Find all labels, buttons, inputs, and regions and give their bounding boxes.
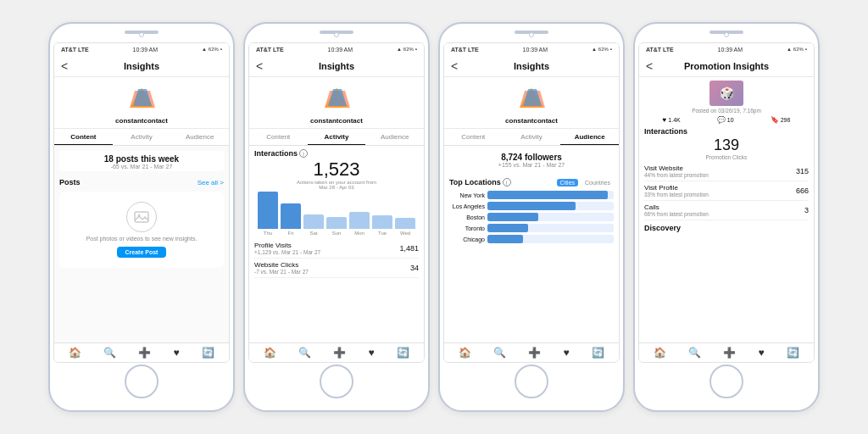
bar-label: Fri: [288, 231, 294, 236]
interactions-big-number: 1,523: [254, 159, 419, 180]
carrier: AT&T LTE: [61, 47, 89, 53]
bottom-nav-icon-3[interactable]: ♥: [759, 347, 765, 359]
bottom-nav-icon-4[interactable]: 🔄: [592, 347, 604, 359]
bottom-nav: 🏠🔍➕♥🔄: [54, 342, 229, 362]
bottom-nav-icon-2[interactable]: ➕: [138, 347, 151, 359]
bottom-nav-icon-1[interactable]: 🔍: [688, 347, 701, 359]
bottom-nav-icon-4[interactable]: 🔄: [787, 347, 799, 359]
bottom-nav-icon-2[interactable]: ➕: [528, 347, 541, 359]
bottom-nav-icon-1[interactable]: 🔍: [298, 347, 311, 359]
profile-logo-icon: [321, 84, 352, 114]
countries-toggle[interactable]: Countries: [581, 179, 614, 186]
interactions-sub: Actions taken on your account from Mar 2…: [254, 180, 419, 190]
promo-metric-name: Visit Website: [644, 164, 709, 172]
tab-activity[interactable]: Activity: [503, 129, 561, 145]
bottom-nav-icon-0[interactable]: 🏠: [654, 347, 666, 359]
phone-inner: AT&T LTE 10:39 AM ▲62%▪ < Insights const…: [53, 42, 230, 363]
top-locations-title: Top Locations: [449, 178, 501, 186]
tab-content[interactable]: Content: [54, 129, 113, 145]
content-tab-panel: 18 posts this week -65 vs. Mar 21 - Mar …: [54, 146, 229, 342]
profile-section: constantcontact: [54, 77, 229, 129]
battery: ▲62%▪: [397, 47, 417, 52]
bottom-nav: 🏠🔍➕♥🔄: [444, 342, 619, 362]
activity-tab-panel: Interactions i 1,523 Actions taken on yo…: [249, 146, 424, 342]
posts-sub-stat: -65 vs. Mar 21 - Mar 27: [59, 164, 224, 170]
tab-activity[interactable]: Activity: [113, 129, 171, 145]
promo-metric-name: Calls: [644, 203, 709, 211]
profile-section: constantcontact: [249, 77, 424, 129]
metric-name: Website Clicks: [254, 261, 309, 269]
tab-audience[interactable]: Audience: [560, 129, 619, 145]
metric-value: 1,481: [399, 244, 419, 253]
bottom-nav-icon-0[interactable]: 🏠: [459, 347, 471, 359]
bottom-nav-icon-1[interactable]: 🔍: [493, 347, 506, 359]
locations-chart: New York Los Angeles Boston: [449, 191, 614, 243]
promo-stat: 💬 10: [717, 116, 734, 124]
promo-big-number-sub: Promotion Clicks: [644, 154, 809, 160]
cities-toggle[interactable]: Cities: [557, 179, 579, 186]
carrier: AT&T LTE: [256, 47, 284, 53]
bottom-nav-icon-2[interactable]: ➕: [723, 347, 736, 359]
see-all-link[interactable]: See all >: [198, 179, 224, 186]
time: 10:39 AM: [718, 47, 743, 53]
camera-dot: [139, 32, 144, 37]
back-button[interactable]: <: [61, 59, 68, 73]
camera-dot: [334, 32, 339, 37]
bar: [349, 212, 370, 229]
back-button[interactable]: <: [646, 59, 653, 73]
bar-label: Mon: [354, 231, 364, 236]
promotion-image: 🎲: [709, 81, 743, 106]
bar-label: Wed: [400, 231, 410, 236]
tab-audience[interactable]: Audience: [365, 129, 424, 145]
profile-name: constantcontact: [310, 117, 363, 125]
nav-bar: < Insights: [444, 55, 619, 77]
camera-dot: [724, 32, 729, 37]
location-bar-track: [487, 213, 614, 221]
promotion-date: Posted on 03/26/19, 7:16pm: [644, 108, 809, 114]
bottom-nav-icon-3[interactable]: ♥: [369, 347, 375, 359]
bottom-nav-icon-2[interactable]: ➕: [333, 347, 346, 359]
location-row: Boston: [449, 213, 614, 221]
promo-metric-sub: 33% from latest promotion: [644, 192, 709, 198]
phone-inner: AT&T LTE 10:39 AM ▲62%▪ < Insights const…: [443, 42, 620, 363]
tab-content[interactable]: Content: [444, 129, 503, 145]
nav-title: Promotion Insights: [684, 61, 769, 71]
bar: [258, 192, 278, 229]
promo-metric-row: Visit Profile 33% from latest promotion …: [644, 181, 809, 201]
bottom-nav-icon-1[interactable]: 🔍: [103, 347, 116, 359]
profile-logo-icon: [126, 84, 157, 114]
promo-stat-icon: 💬: [717, 116, 726, 124]
tab-activity[interactable]: Activity: [308, 129, 366, 145]
location-name: Chicago: [449, 236, 485, 242]
battery: ▲62%▪: [202, 47, 222, 52]
followers-stat: 8,724 followers +155 vs. Mar 21 - Mar 27: [449, 149, 614, 171]
promo-big-number: 139: [644, 137, 809, 154]
create-post-button[interactable]: Create Post: [117, 247, 167, 258]
tabs: ContentActivityAudience: [54, 129, 229, 146]
bar-label: Tue: [378, 231, 387, 236]
time: 10:39 AM: [328, 47, 353, 53]
posts-title: Posts: [59, 178, 81, 186]
bottom-nav-icon-4[interactable]: 🔄: [397, 347, 409, 359]
promo-stat-icon: ♥: [663, 116, 667, 124]
location-bar-track: [487, 202, 614, 210]
back-button[interactable]: <: [256, 59, 263, 73]
tab-content[interactable]: Content: [249, 129, 308, 145]
bottom-nav-icon-0[interactable]: 🏠: [69, 347, 81, 359]
status-bar: AT&T LTE 10:39 AM ▲62%▪: [249, 43, 424, 55]
back-button[interactable]: <: [451, 59, 458, 73]
bar: [372, 215, 392, 229]
tab-audience[interactable]: Audience: [170, 129, 229, 145]
location-bar-track: [487, 235, 614, 243]
bottom-nav-icon-0[interactable]: 🏠: [264, 347, 276, 359]
location-bar-fill: [487, 224, 528, 232]
promo-metric-value: 315: [796, 167, 809, 175]
bottom-nav-icon-4[interactable]: 🔄: [202, 347, 214, 359]
promo-stat-value: 296: [781, 117, 791, 123]
bottom-nav-icon-3[interactable]: ♥: [174, 347, 180, 359]
location-name: New York: [449, 192, 485, 198]
location-bar-fill: [487, 235, 523, 243]
bottom-nav-icon-3[interactable]: ♥: [564, 347, 570, 359]
bar-column: Fri: [281, 203, 301, 236]
bar-label: Thu: [264, 231, 272, 236]
